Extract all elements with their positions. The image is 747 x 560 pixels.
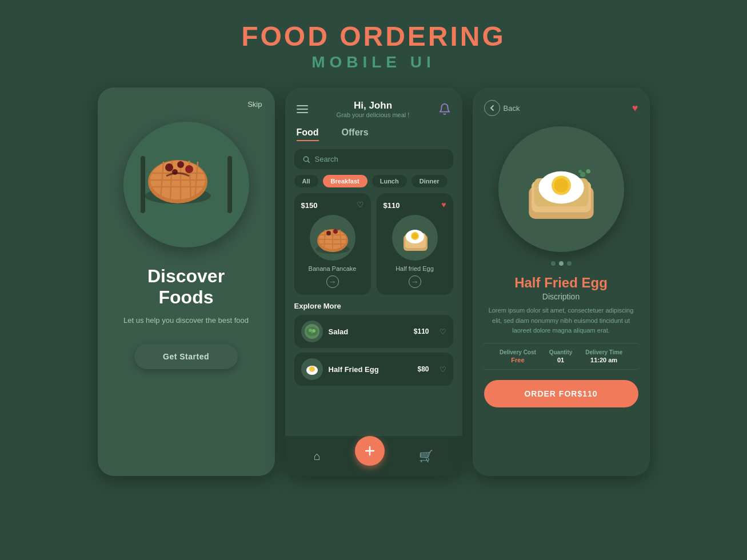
detail-description: Lorem ipsum dolor sit amet, consectetuer… [473,301,650,341]
order-info-row: Delivery Cost Free Quantity 01 Delivery … [482,343,641,370]
order-button[interactable]: ORDER FOR$110 [484,380,638,407]
greeting-name: Hi, John [337,100,410,111]
back-label: Back [504,104,520,113]
knife-icon [227,156,232,213]
svg-point-26 [326,231,331,235]
page-title-mobile: MOBILE UI [241,53,506,71]
pill-dinner[interactable]: Dinner [412,175,448,187]
tab-offers[interactable]: Offers [342,127,369,141]
card2-price: $110 [384,201,400,210]
bottom-nav: ⌂ 🛒 [285,436,462,476]
discover-title: Discover Foods [147,266,225,308]
salad-price: $110 [414,327,429,335]
delivery-time-label: Delivery Time [585,349,622,355]
svg-point-27 [333,229,338,234]
screen-detail: Back ♥ [473,87,650,476]
search-bar[interactable]: Search [294,149,453,169]
quantity-label: Quantity [549,349,573,355]
pill-lunch[interactable]: Lunch [372,175,407,187]
screen-home: Hi, John Grab your delicious meal ! Food… [285,87,462,476]
quantity-block: Quantity 01 [549,349,573,363]
add-icon2: → [411,277,419,286]
page-title-food: FOOD ORDERING [241,21,506,52]
delivery-cost-label: Delivery Cost [500,349,536,355]
delivery-cost-block: Delivery Cost Free [500,349,536,363]
food-plate-circle [123,122,249,247]
back-button[interactable]: Back [484,100,520,116]
dot-1 [551,261,556,266]
back-circle [484,100,500,116]
food-cards-row: $150 ♡ [285,193,462,301]
card1-image [310,215,355,261]
svg-point-40 [309,366,315,372]
greeting-block: Hi, John Grab your delicious meal ! [337,100,410,118]
quantity-value: 01 [549,357,573,363]
pill-all[interactable]: All [294,175,318,187]
egg-list-image [301,358,323,380]
bell-icon[interactable] [438,103,451,115]
card1-add-button[interactable]: → [326,275,339,288]
explore-more-label: Explore More [285,301,462,315]
detail-food-plate [498,126,624,252]
top-bar: Hi, John Grab your delicious meal ! [285,87,462,123]
svg-point-12 [177,161,184,168]
card1-name: Banana Pancake [301,265,364,272]
discover-subtitle: Let us help you discover the best food [106,315,266,326]
dot-2 [559,261,564,266]
get-started-button[interactable]: Get Started [134,344,238,369]
tabs-row: Food Offers [285,123,462,141]
tab-food[interactable]: Food [297,127,319,141]
screens-container: Skip [98,87,650,476]
salad-image [301,321,323,342]
cart-nav-icon[interactable]: 🛒 [419,449,433,463]
detail-favorite-button[interactable]: ♥ [632,102,638,114]
search-icon [302,155,310,163]
greeting-subtitle: Grab your delicious meal ! [337,111,410,118]
detail-food-image [513,149,610,229]
screen-discover: Skip [98,87,275,476]
list-item-half-fried-egg[interactable]: Half Fried Egg $80 ♡ [294,353,453,386]
filter-pills: All Breakfast Lunch Dinner [285,175,462,193]
waffle-image [141,145,232,225]
salad-favorite-button[interactable]: ♡ [440,327,446,336]
svg-point-13 [185,165,193,173]
card2-name: Half fried Egg [384,265,446,272]
card2-favorite-button[interactable]: ♥ [441,200,446,209]
detail-food-subtitle: Discription [473,292,650,301]
svg-point-48 [554,178,568,193]
svg-point-11 [165,163,173,171]
home-nav-icon[interactable]: ⌂ [314,450,321,463]
svg-point-51 [578,170,582,173]
egg-list-favorite-button[interactable]: ♡ [440,365,446,374]
skip-button[interactable]: Skip [247,100,262,109]
svg-point-35 [309,329,312,332]
food-card-pancake: $150 ♡ [294,193,371,295]
center-add-button[interactable] [355,436,385,466]
detail-top-bar: Back ♥ [473,87,650,122]
svg-point-37 [311,331,313,334]
pill-breakfast[interactable]: Breakfast [323,175,367,187]
card2-image [392,215,438,261]
svg-point-50 [586,169,590,174]
salad-name: Salad [329,327,408,336]
svg-line-16 [307,161,309,162]
egg-list-name: Half Fried Egg [329,365,412,374]
list-item-salad[interactable]: Salad $110 ♡ [294,315,453,348]
search-placeholder: Search [315,155,338,163]
detail-plate-container [473,126,650,252]
card2-add-button[interactable]: → [409,275,421,288]
egg-list-price: $80 [417,365,429,373]
dot-indicators [473,261,650,266]
delivery-time-value: 11:20 am [585,357,622,363]
delivery-time-block: Delivery Time 11:20 am [585,349,622,363]
card1-price: $150 [301,201,318,210]
food-card-egg: $110 ♥ Half fried Egg [377,193,453,295]
dot-3 [567,261,572,266]
add-icon: → [329,277,337,286]
hamburger-icon[interactable] [297,103,308,115]
page-header: FOOD ORDERING MOBILE UI [241,21,506,71]
detail-food-title: Half Fried Egg [473,275,650,291]
svg-point-32 [412,233,418,239]
delivery-cost-value: Free [500,357,536,363]
card1-favorite-button[interactable]: ♡ [357,200,364,209]
